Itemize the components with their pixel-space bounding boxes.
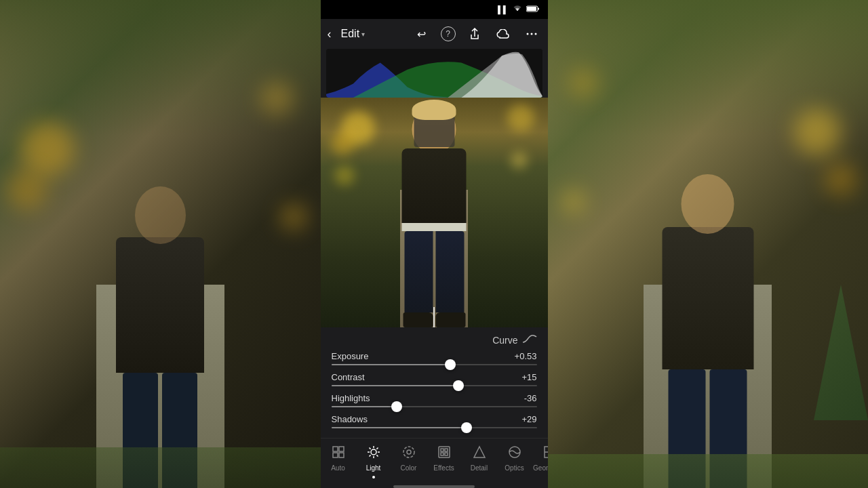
svg-rect-26 xyxy=(445,453,448,455)
tab-label-geometry: Geometr… xyxy=(533,464,547,472)
slider-thumb-shadows[interactable] xyxy=(461,422,472,433)
slider-fill-highlights xyxy=(332,406,397,407)
svg-point-20 xyxy=(407,450,411,454)
bokeh-c4 xyxy=(511,152,528,169)
left-photo-panel xyxy=(0,0,321,488)
left-pant xyxy=(404,231,433,312)
cloud-button[interactable] xyxy=(494,24,513,43)
left-grass xyxy=(0,447,321,488)
phone-panel: ▌▌ ‹ Edit ▾ ↩ ? xyxy=(321,0,548,488)
battery-icon xyxy=(526,5,540,14)
back-button[interactable]: ‹ xyxy=(328,27,332,41)
status-bar: ▌▌ xyxy=(321,0,548,19)
tab-geometry[interactable]: Geometr… xyxy=(532,443,548,479)
tab-label-optics: Optics xyxy=(505,464,524,472)
slider-fill-contrast xyxy=(332,385,459,386)
tab-dot-light xyxy=(372,476,375,479)
svg-point-5 xyxy=(534,33,536,35)
center-shirt xyxy=(402,148,467,223)
tabs-container: Auto Light Color Effects Detail Optics G… xyxy=(321,443,548,479)
undo-button[interactable]: ↩ xyxy=(412,24,431,43)
tab-label-detail: Detail xyxy=(471,464,488,472)
slider-fill-exposure xyxy=(332,364,451,365)
tab-icon-detail xyxy=(473,445,486,462)
tab-icon-effects xyxy=(437,445,451,462)
slider-row-shadows: Shadows +29 xyxy=(332,414,537,428)
slider-value-shadows: +29 xyxy=(521,414,536,424)
svg-line-16 xyxy=(369,448,370,449)
left-torso xyxy=(116,237,204,373)
center-belt xyxy=(402,223,467,231)
crop-handle[interactable] xyxy=(433,307,435,327)
right-shoe xyxy=(435,312,465,327)
bokeh-r3 xyxy=(568,68,599,98)
slider-track-contrast[interactable] xyxy=(332,385,537,386)
slider-value-contrast: +15 xyxy=(521,372,536,382)
bottom-indicator xyxy=(321,485,548,488)
svg-rect-23 xyxy=(441,449,443,451)
bokeh-c5 xyxy=(334,165,355,186)
tab-light[interactable]: Light xyxy=(356,443,391,479)
edit-menu[interactable]: Edit ▾ xyxy=(341,28,366,40)
tab-auto[interactable]: Auto xyxy=(321,443,356,479)
tab-detail[interactable]: Detail xyxy=(462,443,497,479)
right-photo-panel xyxy=(548,0,869,488)
svg-rect-1 xyxy=(527,7,536,11)
signal-icon: ▌▌ xyxy=(498,5,509,14)
home-indicator xyxy=(393,485,475,488)
edit-label-text: Edit xyxy=(341,28,360,40)
edit-chevron: ▾ xyxy=(361,30,365,38)
slider-track-shadows[interactable] xyxy=(332,427,537,428)
left-shoe xyxy=(403,312,433,327)
tab-label-auto: Auto xyxy=(331,464,345,472)
curve-icon[interactable] xyxy=(522,333,537,347)
right-child-figure xyxy=(662,167,753,488)
slider-track-exposure[interactable] xyxy=(332,364,537,365)
slider-value-highlights: -36 xyxy=(524,393,537,403)
help-button[interactable]: ? xyxy=(441,26,456,41)
right-pant xyxy=(435,231,464,312)
svg-rect-25 xyxy=(441,453,443,455)
slider-track-highlights[interactable] xyxy=(332,406,537,407)
slider-header-contrast: Contrast +15 xyxy=(332,372,537,382)
share-button[interactable] xyxy=(465,24,484,43)
slider-name-contrast: Contrast xyxy=(332,372,365,382)
bottom-tabs: Auto Light Color Effects Detail Optics G… xyxy=(321,438,548,485)
tab-icon-optics xyxy=(508,445,521,462)
bokeh-r2 xyxy=(824,163,858,197)
tab-label-effects: Effects xyxy=(433,464,454,472)
slider-fill-shadows xyxy=(332,427,467,428)
bg-trees-left xyxy=(0,0,321,136)
tab-icon-auto xyxy=(332,445,345,462)
slider-thumb-highlights[interactable] xyxy=(391,401,402,412)
photo-area xyxy=(321,98,548,327)
slider-thumb-contrast[interactable] xyxy=(453,380,464,391)
more-button[interactable] xyxy=(522,24,541,43)
tab-color[interactable]: Color xyxy=(391,443,427,479)
center-hair xyxy=(412,100,456,120)
curve-label: Curve xyxy=(492,335,517,346)
bokeh-c3 xyxy=(507,104,534,131)
histogram xyxy=(326,49,542,98)
slider-header-exposure: Exposure +0.53 xyxy=(332,351,537,361)
tab-icon-color xyxy=(402,445,416,462)
svg-rect-7 xyxy=(333,447,338,451)
left-child-figure xyxy=(116,180,204,488)
slider-thumb-exposure[interactable] xyxy=(445,359,456,370)
tab-effects[interactable]: Effects xyxy=(427,443,462,479)
curve-row: Curve xyxy=(332,333,537,351)
center-child-figure xyxy=(402,100,467,327)
svg-rect-24 xyxy=(445,449,448,451)
tab-optics[interactable]: Optics xyxy=(497,443,532,479)
slider-row-exposure: Exposure +0.53 xyxy=(332,351,537,365)
svg-rect-8 xyxy=(339,447,344,451)
right-torso xyxy=(662,227,753,369)
svg-point-4 xyxy=(530,33,532,35)
bokeh-r1 xyxy=(793,108,841,156)
edit-toolbar: ‹ Edit ▾ ↩ ? xyxy=(321,19,548,49)
svg-line-18 xyxy=(369,455,370,456)
bokeh-2 xyxy=(7,169,47,210)
bokeh-4 xyxy=(280,203,307,230)
slider-name-shadows: Shadows xyxy=(332,414,368,424)
svg-point-21 xyxy=(403,447,414,458)
